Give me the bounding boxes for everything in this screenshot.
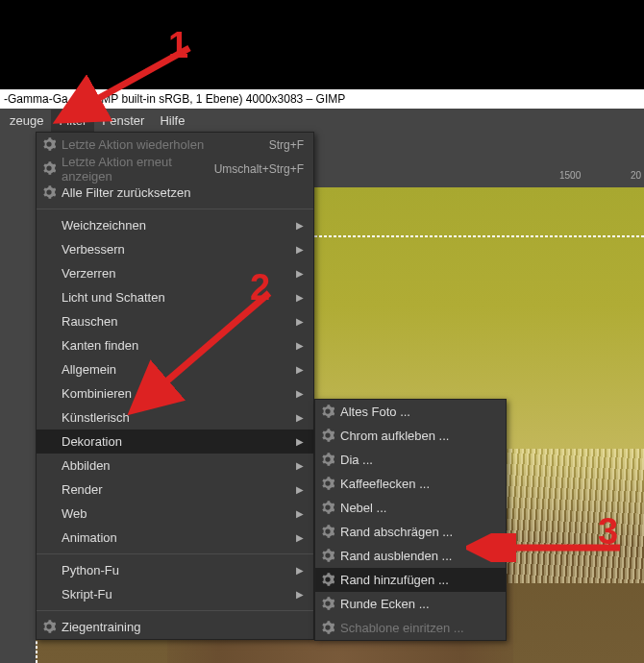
svg-line-3 (137, 293, 269, 406)
menu-item-label: Web (62, 506, 87, 521)
menu-item-label: Rauschen (62, 314, 118, 329)
svg-line-1 (64, 48, 189, 117)
submenu-arrow-icon: ▶ (296, 364, 304, 375)
submenu-arrow-icon: ▶ (296, 532, 304, 543)
dekoration-submenu[interactable]: Altes Foto ...Chrom aufkleben ...Dia ...… (314, 399, 507, 641)
submenu-arrow-icon: ▶ (296, 589, 304, 600)
menu-item-dekoration[interactable]: Dekoration▶ (37, 430, 313, 454)
menu-separator (37, 553, 313, 554)
menu-item[interactable]: Letzte Aktion erneut anzeigenUmschalt+St… (37, 157, 313, 181)
selection-border (314, 235, 644, 237)
submenu-item[interactable]: Runde Ecken ... (315, 592, 506, 616)
menu-item-label: Rand ausblenden ... (340, 549, 452, 563)
annotation-arrow (50, 40, 204, 127)
menu-item[interactable]: Letzte Aktion wiederholenStrg+F (37, 133, 313, 157)
submenu-arrow-icon: ▶ (296, 388, 304, 399)
gear-icon (321, 549, 334, 562)
menu-item-label: Animation (62, 530, 117, 545)
ruler-tick: 1500 (559, 170, 581, 181)
menu-item-label: Weichzeichnen (62, 218, 146, 233)
menu-item-label: Schablone einritzen ... (340, 621, 464, 635)
menu-item-label: Abbilden (62, 458, 111, 473)
menu-separator (37, 610, 313, 611)
submenu-arrow-icon: ▶ (296, 268, 304, 279)
submenu-item[interactable]: Nebel ... (315, 496, 506, 520)
menu-item-label: Altes Foto ... (340, 405, 410, 419)
menu-item-render[interactable]: Render▶ (37, 478, 313, 502)
submenu-arrow-icon: ▶ (296, 484, 304, 495)
menu-item-animation[interactable]: Animation▶ (37, 526, 313, 550)
accelerator-text: Strg+F (269, 138, 304, 152)
menu-item-label: Allgemein (62, 362, 116, 377)
menu-item-weichzeichnen[interactable]: Weichzeichnen▶ (37, 213, 313, 237)
menu-item-label: Render (62, 482, 103, 497)
gear-icon (321, 621, 334, 634)
gear-icon (42, 137, 56, 151)
menu-item-label: Kaffeeflecken ... (340, 477, 430, 491)
gear-icon (321, 453, 334, 466)
gear-icon (42, 185, 56, 199)
menu-item-label: Dia ... (340, 453, 373, 467)
submenu-arrow-icon: ▶ (296, 508, 304, 519)
menu-item-label: Dekoration (62, 434, 122, 449)
annotation-arrow (466, 533, 630, 562)
menu-item[interactable]: Ziegentraining (37, 615, 313, 639)
submenu-arrow-icon: ▶ (296, 244, 304, 255)
menu-item[interactable]: Python-Fu▶ (37, 558, 313, 582)
submenu-arrow-icon: ▶ (296, 340, 304, 351)
submenu-arrow-icon: ▶ (296, 436, 304, 447)
gear-icon (321, 573, 334, 586)
menu-item-label: Chrom aufkleben ... (340, 429, 449, 443)
menu-item-label: Verzerren (62, 266, 115, 281)
menu-item[interactable]: Alle Filter zurücksetzen (37, 181, 313, 205)
menu-item-label: Rand hinzufügen ... (340, 573, 449, 587)
menu-item-label: Rand abschrägen ... (340, 525, 453, 539)
menu-item-label: Nebel ... (340, 501, 386, 515)
menu-tools[interactable]: zeuge (2, 110, 51, 132)
menu-item-label: Letzte Aktion erneut anzeigen (62, 155, 214, 184)
menu-item-label: Runde Ecken ... (340, 597, 430, 611)
annotation-arrow (120, 283, 284, 418)
menu-item-label: Verbessern (62, 242, 125, 257)
gear-icon (321, 429, 334, 442)
submenu-arrow-icon: ▶ (296, 412, 304, 423)
submenu-arrow-icon: ▶ (296, 220, 304, 231)
menu-item-abbilden[interactable]: Abbilden▶ (37, 454, 313, 478)
gear-icon (42, 620, 56, 633)
gear-icon (42, 161, 56, 175)
submenu-item[interactable]: Chrom aufkleben ... (315, 424, 506, 448)
menu-item-label: Alle Filter zurücksetzen (62, 185, 190, 200)
menu-item-label: Skript-Fu (62, 587, 112, 602)
gear-icon (321, 477, 334, 490)
menu-item-verbessern[interactable]: Verbessern▶ (37, 237, 313, 261)
ruler-tick: 20 (631, 170, 641, 181)
menu-separator (37, 209, 313, 209)
gear-icon (321, 525, 334, 538)
submenu-arrow-icon: ▶ (296, 565, 304, 576)
menu-item-label: Python-Fu (62, 563, 119, 577)
submenu-arrow-icon: ▶ (296, 292, 304, 303)
submenu-arrow-icon: ▶ (296, 316, 304, 327)
menu-item-label: Letzte Aktion wiederholen (62, 137, 204, 152)
accelerator-text: Umschalt+Strg+F (214, 162, 304, 176)
menu-item[interactable]: Skript-Fu▶ (37, 582, 313, 606)
gear-icon (321, 597, 334, 610)
menu-item-web[interactable]: Web▶ (37, 502, 313, 526)
submenu-item[interactable]: Schablone einritzen ... (315, 616, 506, 640)
submenu-item[interactable]: Kaffeeflecken ... (315, 472, 506, 496)
submenu-item[interactable]: Altes Foto ... (315, 400, 506, 424)
submenu-item[interactable]: Dia ... (315, 448, 506, 472)
menu-item-label: Ziegentraining (62, 620, 140, 634)
gear-icon (321, 501, 334, 514)
menu-item-verzerren[interactable]: Verzerren▶ (37, 261, 313, 285)
submenu-item[interactable]: Rand hinzufügen ... (315, 568, 506, 592)
submenu-arrow-icon: ▶ (296, 460, 304, 471)
gear-icon (321, 405, 334, 418)
